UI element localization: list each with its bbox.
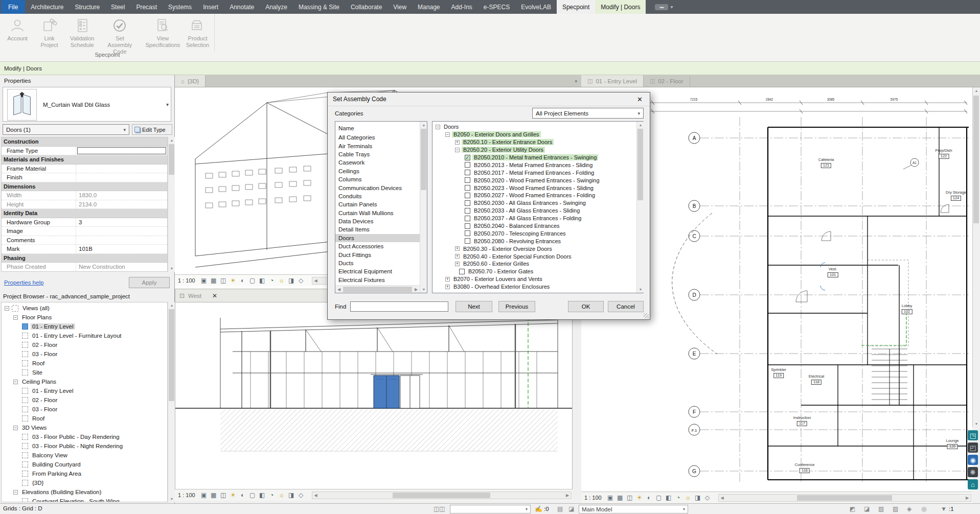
category-columns[interactable]: Columns	[335, 175, 420, 183]
browser-item-03-floor[interactable]: 03 - Floor	[2, 405, 167, 414]
editing-requests-icon[interactable]: ✍	[535, 505, 542, 512]
view-specifications-button[interactable]: ViewSpecifications	[144, 16, 182, 50]
tree-expander-icon[interactable]: −	[13, 426, 18, 430]
browser-item-03-floor-public-day-rendering[interactable]: 03 - Floor Public - Day Rendering	[2, 432, 167, 441]
property-value[interactable]	[76, 173, 167, 182]
category-ducts[interactable]: Ducts	[335, 259, 420, 267]
checkbox-icon[interactable]	[465, 170, 470, 175]
assembly-node-b2050-2010-metal-framed-entrances-swinging[interactable]: ✓B2050.2010 - Metal framed Entrances - S…	[432, 154, 643, 161]
capture-icon[interactable]: ◉	[968, 455, 978, 465]
active-workset-combo[interactable]: Main Model ▾	[579, 505, 688, 513]
crop-view-icon[interactable]: ▣	[606, 494, 614, 502]
worksharing-display-icon[interactable]: ◨	[287, 491, 295, 499]
apply-button[interactable]: Apply	[129, 277, 170, 288]
property-value[interactable]: 1830.0	[76, 191, 167, 200]
assembly-node-b2050-2030-all-glass-entrances-swinging[interactable]: B2050.2030 - All Glass Entrances - Swing…	[432, 199, 643, 207]
view-properties-icon[interactable]: ◇	[703, 494, 712, 502]
view-properties-icon[interactable]: ◇	[297, 276, 305, 285]
assembly-node-b3080-overhead-exterior-enclosures[interactable]: +B3080 - Overhead Exterior Enclosures	[432, 283, 643, 291]
checkbox-icon[interactable]	[465, 193, 470, 198]
previous-button[interactable]: Previous	[498, 301, 535, 312]
assembly-node-b2050-2013-metal-framed-entrances-sliding[interactable]: B2050.2013 - Metal Framed Entrances - Sl…	[432, 161, 643, 169]
ribbon-tab-modify-doors[interactable]: Modify | Doors	[595, 0, 646, 14]
dialog-titlebar[interactable]: Set Assembly Code ✕	[328, 92, 650, 106]
property-value[interactable]: 101B	[76, 245, 167, 253]
category-doors[interactable]: Doors	[335, 234, 420, 242]
sun-path-icon[interactable]: ☀	[229, 276, 237, 285]
ribbon-minimize-icon[interactable]: ▬	[655, 4, 668, 10]
ribbon-collapse-control[interactable]: ▬▾	[655, 0, 673, 14]
tree-expander-icon[interactable]: −	[13, 380, 18, 384]
browser-item-elevations-building-elevation[interactable]: −Elevations (Building Elevation)	[2, 487, 167, 497]
type-selector[interactable]: M_Curtain Wall Dbl Glass ▾	[3, 87, 171, 122]
link-status-icon[interactable]: ▤	[557, 505, 563, 512]
collapse-icon[interactable]: −	[455, 148, 460, 152]
assembly-node-b2070-exterior-louvers-and-vents[interactable]: +B2070 - Exterior Louvers and Vents	[432, 275, 643, 283]
browser-item-03-floor[interactable]: 03 - Floor	[2, 349, 167, 359]
collapse-icon[interactable]: −	[445, 132, 450, 137]
selection-filter-combo[interactable]: Doors (1) ▾	[3, 124, 129, 135]
browser-item-02-floor[interactable]: 02 - Floor	[2, 395, 167, 405]
tree-expander-icon[interactable]: −	[13, 490, 18, 495]
scroll-left-icon[interactable]: ◀	[719, 496, 726, 500]
property-category-materials-and-finishes[interactable]: Materials and Finishes	[2, 155, 167, 165]
property-value[interactable]	[76, 236, 167, 245]
assembly-node-b2050-2020-wood-framed-entrances-swinging[interactable]: B2050.2020 - Wood Framed Entrances - Swi…	[432, 176, 643, 184]
browser-item-roof[interactable]: Roof	[2, 359, 167, 368]
scroll-up-icon[interactable]: ▲	[973, 87, 980, 94]
category-electrical-fixtures[interactable]: Electrical Fixtures	[335, 276, 420, 284]
property-category-construction[interactable]: Construction	[2, 137, 167, 147]
browser-item-02-floor[interactable]: 02 - Floor	[2, 340, 167, 349]
checkbox-icon[interactable]	[459, 269, 465, 274]
crop-region-icon[interactable]: ▢	[655, 494, 663, 502]
checkbox-icon[interactable]	[465, 162, 470, 168]
assembly-node-b2050-exterior-doors-and-grilles[interactable]: −B2050 - Exterior Doors and Grilles	[432, 131, 643, 138]
categories-hscrollbar[interactable]: ◀▶	[335, 285, 420, 293]
select-links-icon[interactable]: ▧	[878, 505, 884, 512]
chevron-down-icon[interactable]: ▾	[670, 4, 673, 10]
crop-view-icon[interactable]: ▣	[200, 276, 208, 285]
view-scale[interactable]: 1 : 100	[584, 495, 602, 501]
press-drag-icon[interactable]: ◪	[864, 505, 870, 512]
crop-region-icon[interactable]: ▢	[248, 276, 257, 285]
category-detail-items[interactable]: Detail Items	[335, 225, 420, 233]
categories-scrollbar[interactable]: ▲ ▼	[420, 122, 427, 293]
expand-icon[interactable]: +	[455, 262, 460, 266]
render-panel-icon[interactable]: ◰	[968, 442, 978, 453]
checkbox-icon[interactable]	[465, 208, 470, 214]
assembly-node-b2050-40-exterior-special-function-doors[interactable]: +B2050.40 - Exterior Special Function Do…	[432, 252, 643, 260]
scrollbar-thumb[interactable]	[393, 493, 490, 498]
checkbox-icon[interactable]	[465, 223, 470, 229]
shadows-icon[interactable]: ◐	[645, 494, 653, 502]
shadows-icon[interactable]: ◐	[239, 276, 247, 285]
ribbon-tab-file[interactable]: File	[1, 0, 25, 14]
ribbon-tab-systems[interactable]: Systems	[163, 0, 197, 14]
workset-combo[interactable]: ▾	[450, 505, 531, 513]
assembly-node-b2050-2080-revolving-entrances[interactable]: B2050.2080 - Revolving Entrances	[432, 237, 643, 245]
assembly-node-b2050-2027-wood-framed-entrances-folding[interactable]: B2050.2027 - Wood Framed Entrances - Fol…	[432, 192, 643, 199]
view-scale[interactable]: 1 : 100	[178, 492, 195, 498]
select-pinned-icon[interactable]: ◈	[907, 505, 911, 512]
type-selector-dropdown-icon[interactable]: ▾	[166, 102, 169, 107]
property-value[interactable]: 2134.0	[76, 200, 167, 209]
browser-item-views-all[interactable]: −Views (all)	[2, 303, 167, 313]
ribbon-tab-manage[interactable]: Manage	[412, 0, 445, 14]
visual-style-icon[interactable]: ◫	[626, 494, 634, 502]
ribbon-tab-collaborate[interactable]: Collaborate	[345, 0, 388, 14]
checkbox-icon[interactable]	[465, 177, 470, 183]
category-electrical-equipment[interactable]: Electrical Equipment	[335, 267, 420, 275]
ribbon-tab-view[interactable]: View	[388, 0, 412, 14]
close-icon[interactable]: ✕	[635, 96, 645, 103]
expand-icon[interactable]: +	[455, 140, 460, 145]
resize-grip[interactable]	[644, 313, 649, 318]
category-duct-fittings[interactable]: Duct Fittings	[335, 250, 420, 259]
show-crop-icon[interactable]: ◧	[258, 491, 266, 499]
sun-path-icon[interactable]: ☀	[229, 491, 237, 499]
reveal-hidden-icon[interactable]: ☼	[278, 491, 286, 499]
plan-vertical-scrollbar[interactable]: ▲ ▼	[972, 87, 979, 427]
edit-type-button[interactable]: Edit Type	[132, 124, 172, 135]
scroll-right-icon[interactable]: ▶	[564, 493, 571, 498]
ribbon-tab-analyze[interactable]: Analyze	[260, 0, 293, 14]
view-properties-icon[interactable]: ◇	[297, 491, 305, 499]
select-by-face-icon[interactable]: ◎	[921, 505, 926, 512]
